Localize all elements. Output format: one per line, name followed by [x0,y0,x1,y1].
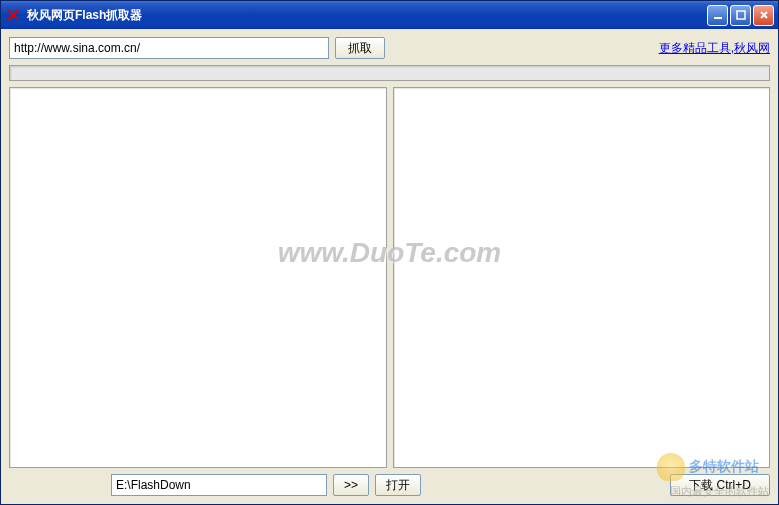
browse-button[interactable]: >> [333,474,369,496]
client-area: 抓取 更多精品工具,秋风网 >> 打开 下载 Ctrl+D [1,29,778,504]
app-window: 秋风网页Flash抓取器 抓取 更多精品工具,秋风网 > [0,0,779,505]
window-title: 秋风网页Flash抓取器 [25,7,707,24]
app-icon [5,7,21,23]
titlebar: 秋风网页Flash抓取器 [1,1,778,29]
svg-rect-1 [737,11,745,19]
list-panel[interactable] [9,87,387,468]
window-controls [707,5,774,26]
download-button[interactable]: 下载 Ctrl+D [670,474,770,496]
svg-rect-0 [714,17,722,19]
minimize-button[interactable] [707,5,728,26]
preview-panel [393,87,771,468]
path-input[interactable] [111,474,327,496]
url-input[interactable] [9,37,329,59]
open-button[interactable]: 打开 [375,474,421,496]
fetch-button[interactable]: 抓取 [335,37,385,59]
progress-bar [9,65,770,81]
maximize-button[interactable] [730,5,751,26]
close-button[interactable] [753,5,774,26]
bottom-row: >> 打开 下载 Ctrl+D [9,474,770,496]
more-tools-link[interactable]: 更多精品工具,秋风网 [659,40,770,57]
url-row: 抓取 更多精品工具,秋风网 [9,37,770,59]
panels-container [9,87,770,468]
